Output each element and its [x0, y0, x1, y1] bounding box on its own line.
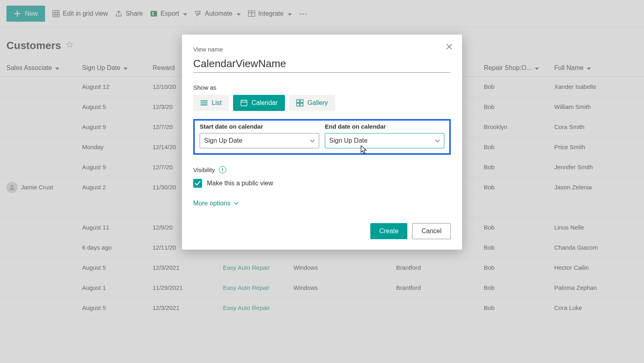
dialog-footer: Create Cancel [193, 223, 451, 239]
create-button[interactable]: Create [370, 223, 407, 239]
start-date-select[interactable]: Sign Up Date [200, 133, 319, 148]
view-name-label: View name [193, 46, 451, 53]
info-icon[interactable]: i [219, 166, 226, 173]
end-date-value: Sign Up Date [329, 137, 367, 144]
end-date-label: End date on calendar [325, 123, 444, 130]
svg-rect-7 [241, 100, 247, 106]
public-view-checkbox[interactable] [193, 179, 202, 188]
svg-rect-10 [297, 103, 299, 106]
chevron-down-icon [435, 137, 440, 144]
pill-list-label: List [212, 99, 222, 107]
mouse-cursor-icon [360, 145, 368, 156]
start-date-value: Sign Up Date [204, 137, 242, 144]
gallery-icon [296, 99, 303, 107]
close-button[interactable] [443, 40, 456, 53]
svg-rect-11 [300, 103, 303, 106]
calendar-dates-highlight: Start date on calendar Sign Up Date End … [193, 119, 451, 155]
svg-rect-8 [297, 100, 299, 103]
create-view-dialog: View name Show as List Calendar [182, 35, 462, 250]
show-as-calendar-button[interactable]: Calendar [233, 95, 285, 111]
view-name-input[interactable] [193, 57, 451, 73]
visibility-label: Visibility [193, 166, 215, 173]
chevron-down-icon [310, 137, 315, 144]
more-options-label: More options [193, 200, 231, 207]
end-date-select[interactable]: Sign Up Date [325, 133, 444, 148]
calendar-icon [240, 99, 248, 107]
cancel-button[interactable]: Cancel [412, 223, 451, 239]
modal-overlay: View name Show as List Calendar [0, 0, 644, 363]
show-as-label: Show as [193, 84, 451, 91]
list-icon [200, 99, 208, 107]
svg-rect-9 [300, 100, 303, 103]
show-as-options: List Calendar Gallery [193, 95, 451, 111]
start-date-label: Start date on calendar [200, 123, 319, 130]
more-options-toggle[interactable]: More options [193, 200, 451, 207]
show-as-list-button[interactable]: List [193, 95, 229, 111]
pill-calendar-label: Calendar [252, 99, 278, 107]
show-as-gallery-button[interactable]: Gallery [289, 95, 335, 111]
pill-gallery-label: Gallery [308, 99, 328, 107]
chevron-down-icon [234, 202, 239, 205]
public-view-label: Make this a public view [207, 180, 273, 187]
